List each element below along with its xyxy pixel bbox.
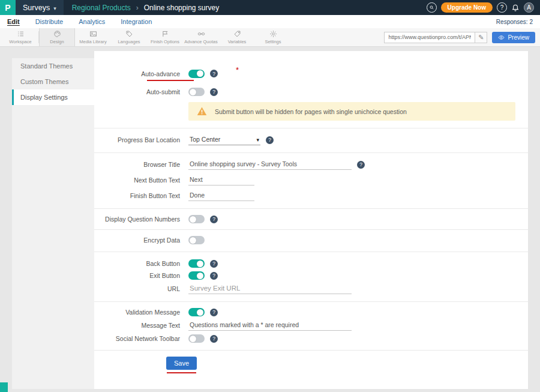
social-network-toolbar-label: Social Network Toolbar — [94, 335, 188, 342]
next-button-text-input[interactable] — [188, 175, 254, 185]
progress-bar-location-select[interactable]: Top Center — [188, 134, 260, 145]
help-icon[interactable] — [210, 335, 218, 343]
help-icon[interactable] — [210, 70, 218, 77]
flag-icon — [161, 30, 169, 38]
nav-tab-analytics[interactable]: Analytics — [79, 18, 105, 25]
exit-button-toggle[interactable] — [188, 271, 205, 280]
upgrade-now-button[interactable]: Upgrade Now — [441, 2, 493, 13]
help-icon[interactable] — [210, 216, 218, 223]
setting-row-message-text: Message Text — [94, 320, 528, 331]
responses-count[interactable]: Responses: 2 — [496, 19, 533, 25]
tool-label: Advance Quotas — [184, 39, 217, 44]
topbar-actions: Upgrade Now ? A — [427, 2, 540, 13]
search-button[interactable] — [427, 2, 437, 13]
gear-icon — [269, 30, 277, 38]
browser-title-input[interactable] — [188, 159, 352, 170]
tool-variables[interactable]: Variables — [219, 28, 255, 46]
save-row: Save — [94, 357, 528, 370]
back-button-toggle[interactable] — [188, 259, 205, 268]
browser-title-label: Browser Title — [94, 161, 188, 168]
exit-url-label: URL — [94, 285, 188, 292]
tool-settings[interactable]: Settings — [255, 28, 291, 46]
help-icon[interactable] — [266, 136, 274, 144]
edit-url-pencil-icon[interactable] — [475, 32, 487, 43]
themes-sidebar: Standard Themes Custom Themes Display Se… — [12, 58, 94, 389]
auto-submit-toggle[interactable] — [188, 88, 205, 96]
surveys-menu[interactable]: Surveys — [16, 0, 64, 15]
breadcrumb-survey-name: Online shopping survey — [144, 4, 219, 12]
setting-row-finish-button-text: Finish Button Text — [94, 190, 528, 201]
progress-bar-location-label: Progress Bar Location — [94, 136, 188, 143]
help-icon[interactable] — [210, 272, 218, 280]
section-divider — [94, 350, 528, 351]
save-button[interactable]: Save — [166, 357, 197, 370]
next-button-text-label: Next Button Text — [94, 176, 188, 184]
link-icon — [197, 30, 205, 38]
tool-media-library[interactable]: Media Library — [75, 28, 111, 46]
display-settings-panel: Auto-advance Auto-submit Submit button w… — [94, 51, 528, 389]
tool-label: Media Library — [79, 39, 106, 44]
message-text-input[interactable] — [188, 320, 352, 331]
auto-submit-label: Auto-submit — [94, 88, 188, 95]
preview-label: Preview — [508, 34, 529, 41]
section-divider — [94, 229, 528, 230]
encrypt-data-toggle[interactable] — [188, 236, 205, 244]
breadcrumb-separator-icon — [136, 4, 139, 12]
nav-tab-distribute[interactable]: Distribute — [35, 18, 63, 25]
tool-design[interactable]: Design — [39, 28, 75, 46]
tool-workspace[interactable]: Workspace — [2, 28, 38, 46]
breadcrumb-survey-group[interactable]: Regional Products — [72, 4, 131, 12]
back-button-label: Back Button — [94, 260, 188, 267]
auto-advance-toggle[interactable] — [188, 70, 205, 78]
annotation-asterisk — [236, 65, 239, 74]
section-divider — [94, 252, 528, 252]
section-divider — [94, 128, 528, 128]
nav-tab-integration[interactable]: Integration — [121, 18, 152, 25]
tool-label: Finish Options — [151, 39, 179, 44]
tool-advance-quotas[interactable]: Advance Quotas — [183, 28, 219, 46]
preview-button[interactable]: Preview — [492, 32, 535, 43]
setting-row-auto-submit: Auto-submit — [94, 88, 528, 96]
exit-url-input[interactable] — [188, 283, 352, 294]
save-button-annotated: Save — [166, 357, 197, 370]
sidebar-item-display-settings[interactable]: Display Settings — [12, 89, 94, 105]
social-network-toolbar-toggle[interactable] — [188, 334, 205, 343]
validation-message-label: Validation Message — [94, 309, 188, 316]
tool-languages[interactable]: Languages — [111, 28, 147, 46]
progress-bar-location-value: Top Center — [190, 136, 220, 143]
avatar[interactable]: A — [524, 2, 534, 13]
setting-row-browser-title: Browser Title — [94, 159, 528, 170]
sidebar-item-custom-themes[interactable]: Custom Themes — [12, 74, 94, 89]
help-button[interactable]: ? — [497, 2, 507, 13]
image-icon — [89, 30, 97, 38]
variables-tag-icon — [233, 30, 241, 38]
nav-tab-edit[interactable]: Edit — [7, 18, 20, 25]
questionpro-logo[interactable]: P — [0, 0, 16, 15]
section-nav: Edit Distribute Analytics Integration Re… — [0, 15, 540, 28]
finish-button-text-input[interactable] — [188, 190, 254, 201]
setting-row-social-network-toolbar: Social Network Toolbar — [94, 334, 528, 343]
tool-finish-options[interactable]: Finish Options — [147, 28, 183, 46]
bell-icon[interactable] — [511, 4, 520, 12]
tool-label: Settings — [265, 39, 281, 44]
tool-label: Languages — [118, 39, 140, 44]
sidebar-item-standard-themes[interactable]: Standard Themes — [12, 58, 94, 74]
toolbar-right: Preview — [384, 28, 540, 46]
breadcrumb: Regional Products Online shopping survey — [72, 4, 219, 12]
setting-row-display-question-numbers: Display Question Numbers — [94, 215, 528, 223]
setting-row-encrypt-data: Encrypt Data — [94, 236, 528, 244]
chevron-down-icon — [53, 4, 56, 12]
design-toolbar: Workspace Design Media Library Languages… — [0, 28, 540, 47]
help-icon[interactable] — [210, 88, 218, 96]
help-icon[interactable] — [357, 161, 365, 169]
help-icon[interactable] — [210, 309, 218, 316]
display-question-numbers-toggle[interactable] — [188, 215, 205, 223]
tool-label: Workspace — [9, 39, 31, 44]
auto-advance-label: Auto-advance — [94, 70, 188, 77]
feedback-tab[interactable] — [0, 382, 8, 392]
help-icon[interactable] — [210, 260, 218, 268]
auto-submit-warning: Submit button will be hidden for pages w… — [188, 102, 515, 121]
setting-row-validation-message: Validation Message — [94, 308, 528, 316]
validation-message-toggle[interactable] — [188, 308, 205, 316]
survey-url-input[interactable] — [385, 34, 475, 40]
